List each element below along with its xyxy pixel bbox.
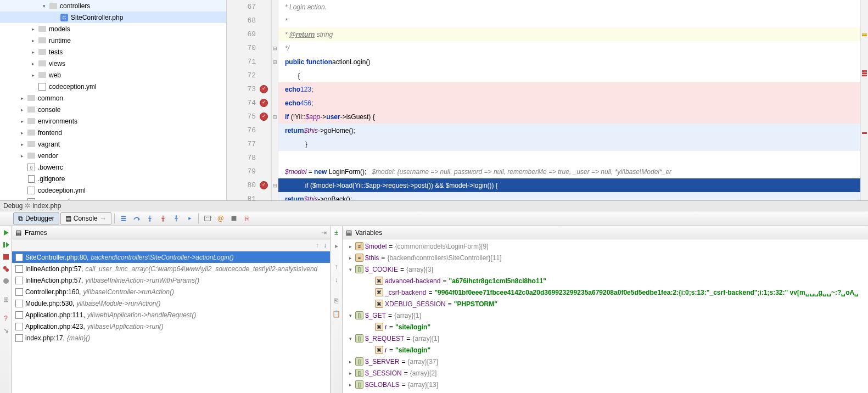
fold-marker[interactable]	[272, 151, 278, 165]
tree-arrow-icon[interactable]: ▾	[41, 3, 47, 9]
tree-item[interactable]: {}.bowerrc	[0, 161, 226, 173]
fold-column[interactable]: ⊟⊟⊟⊟	[272, 0, 278, 200]
step-into-button[interactable]	[144, 212, 156, 224]
force-step-into-button[interactable]	[157, 212, 169, 224]
editor-content[interactable]: * Login action. * * @return string */ pu…	[278, 0, 860, 200]
variable-item[interactable]: ⌘_csrf-backend = "9964f01bf0eee71fbcee41…	[343, 287, 868, 298]
code-line[interactable]: echo 456;	[278, 96, 860, 110]
expand-arrow-icon[interactable]: ▸	[347, 359, 354, 364]
tree-arrow-icon[interactable]: ▸	[19, 96, 25, 101]
tree-item[interactable]: .gitignore	[0, 173, 226, 184]
variable-item[interactable]: ▸≡$model = {common\models\LoginForm} [9]	[343, 240, 868, 252]
expand-arrow-icon[interactable]: ▸	[347, 382, 354, 388]
code-editor[interactable]: 676869707172737475767778798081 ⊟⊟⊟⊟ * Lo…	[227, 0, 868, 200]
gutter-line[interactable]: 74	[227, 96, 271, 110]
fold-marker[interactable]	[272, 96, 278, 110]
gutter-line[interactable]: 70	[227, 41, 271, 55]
view-breakpoints-button[interactable]	[1, 264, 11, 274]
expand-arrow-icon[interactable]: ▾	[347, 267, 354, 272]
tab-debugger[interactable]: ⧉ Debugger	[13, 212, 59, 224]
tree-item[interactable]: ▸web	[0, 69, 226, 81]
code-line[interactable]: return $this->goHome();	[278, 123, 860, 137]
fold-marker[interactable]: ⊟	[272, 178, 278, 192]
fold-marker[interactable]: ⊟	[272, 41, 278, 55]
breakpoint-icon[interactable]	[260, 113, 268, 121]
tree-arrow-icon[interactable]: ▸	[19, 142, 25, 147]
fold-marker[interactable]	[272, 82, 278, 96]
tree-arrow-icon[interactable]: ▸	[30, 61, 36, 66]
frame-item[interactable]: Module.php:530, yii\base\Module->runActi…	[12, 297, 330, 309]
tree-arrow-icon[interactable]: ▸	[19, 119, 25, 124]
fold-marker[interactable]	[272, 0, 278, 14]
evaluate-expression-button[interactable]: ⋯	[201, 212, 214, 224]
code-line[interactable]: echo 123;	[278, 82, 860, 96]
gutter-line[interactable]: 67	[227, 0, 271, 14]
code-line[interactable]: $model = new LoginForm(); $model: {usern…	[278, 165, 860, 178]
gutter-line[interactable]: 76	[227, 123, 271, 137]
frame-item[interactable]: InlineAction.php:57, call_user_func_arra…	[12, 263, 330, 274]
frame-item[interactable]: SiteController.php:80, backend\controlle…	[12, 251, 330, 263]
variable-item[interactable]: ⌘r = "site/login"	[343, 344, 868, 356]
fold-marker[interactable]	[272, 192, 278, 206]
fold-marker[interactable]	[272, 14, 278, 27]
variable-item[interactable]: ⌘XDEBUG_SESSION = "PHPSTORM"	[343, 298, 868, 310]
fold-marker[interactable]: ⊟	[272, 55, 278, 69]
code-line[interactable]: *	[278, 14, 860, 27]
paste-button[interactable]: 📋	[332, 309, 341, 319]
frames-list[interactable]: SiteController.php:80, backend\controlle…	[12, 251, 330, 393]
gutter-line[interactable]: 81	[227, 192, 271, 206]
code-line[interactable]: public function actionLogin()	[278, 55, 860, 69]
variable-item[interactable]: ▸[]$_SESSION = {array} [2]	[343, 367, 868, 379]
code-line[interactable]	[278, 151, 860, 165]
gutter-line[interactable]: 77	[227, 137, 271, 151]
variable-item[interactable]: ▸[]$GLOBALS = {array} [13]	[343, 379, 868, 390]
gutter-line[interactable]: 72	[227, 69, 271, 82]
tree-item[interactable]: ▸models	[0, 23, 226, 35]
tree-item[interactable]: ▸vendor	[0, 150, 226, 161]
expand-arrow-icon[interactable]: ▾	[347, 336, 354, 341]
fold-marker[interactable]	[272, 165, 278, 178]
frame-item[interactable]: InlineAction.php:57, yii\base\InlineActi…	[12, 274, 330, 286]
gutter-line[interactable]: 69	[227, 27, 271, 41]
code-line[interactable]: * Login action.	[278, 0, 860, 14]
tree-item[interactable]: ▸runtime	[0, 35, 226, 46]
tree-arrow-icon[interactable]: ▸	[30, 49, 36, 55]
tree-item[interactable]: ▸environments	[0, 115, 226, 127]
variable-item[interactable]: ▾[]$_GET = {array} [1]	[343, 310, 868, 321]
gutter-line[interactable]: 68	[227, 14, 271, 27]
pin-icon[interactable]: ⇥	[321, 229, 327, 237]
up-button[interactable]: ↑	[332, 262, 341, 272]
help-button[interactable]: ?	[1, 313, 11, 323]
tree-arrow-icon[interactable]: ▸	[19, 107, 25, 113]
remove-watch-button[interactable]: ▸	[332, 241, 341, 251]
variable-item[interactable]: ▾[]$_REQUEST = {array} [1]	[343, 333, 868, 344]
expand-arrow-icon[interactable]: ▸	[347, 370, 354, 376]
tree-item[interactable]: ▸vagrant	[0, 138, 226, 150]
tab-console[interactable]: ▤ Console →	[60, 212, 111, 224]
tree-arrow-icon[interactable]: ▸	[30, 26, 36, 32]
expand-arrow-icon[interactable]: ▾	[347, 313, 354, 318]
copy-button[interactable]: ⎘	[332, 296, 341, 306]
close-button[interactable]: ↘	[1, 325, 11, 335]
fold-marker[interactable]	[272, 123, 278, 137]
variable-item[interactable]: ▸≡$this = {backend\controllers\SiteContr…	[343, 252, 868, 263]
code-line[interactable]: */	[278, 41, 860, 55]
mute-breakpoints-button[interactable]	[1, 276, 11, 286]
frame-item[interactable]: Controller.php:160, yii\base\Controller-…	[12, 286, 330, 297]
step-out-button[interactable]	[170, 212, 182, 224]
tree-arrow-icon[interactable]: ▸	[30, 38, 36, 43]
fold-marker[interactable]	[272, 27, 278, 41]
breakpoint-icon[interactable]	[260, 181, 268, 189]
frame-up-button[interactable]: ↑	[316, 242, 319, 249]
variable-item[interactable]: ▸[]$_SERVER = {array} [37]	[343, 356, 868, 367]
resume-button[interactable]	[1, 240, 11, 250]
gutter-line[interactable]: 80	[227, 178, 271, 192]
down-button[interactable]: ↓	[332, 275, 341, 285]
layout-button[interactable]: ⊞	[1, 295, 11, 305]
frame-down-button[interactable]: ↓	[323, 242, 327, 249]
run-to-cursor-button[interactable]	[183, 212, 195, 224]
tree-item[interactable]: ▸tests	[0, 46, 226, 58]
expand-arrow-icon[interactable]: ▸	[347, 244, 354, 249]
fold-marker[interactable]: ⊟	[272, 110, 278, 123]
breakpoint-icon[interactable]	[260, 85, 268, 93]
